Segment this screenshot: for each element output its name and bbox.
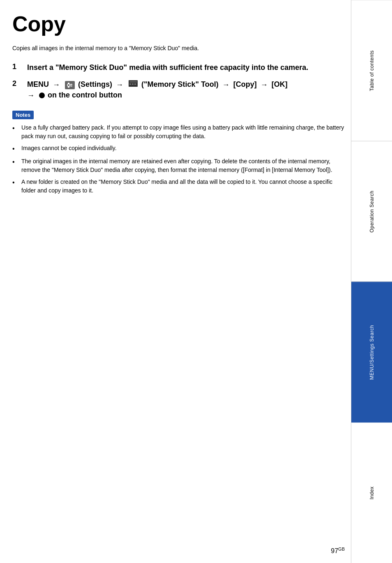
bullet-4: •	[12, 178, 20, 188]
bullet-1: •	[12, 123, 20, 133]
arrow-icon-2: →	[116, 80, 123, 90]
arrow-icon-3: →	[222, 80, 230, 90]
step-1-number: 1	[12, 63, 25, 71]
arrow-icon-5: →	[27, 90, 35, 101]
note-item-2: • Images cannot be copied individually.	[12, 144, 347, 154]
note-text-4: A new folder is created on the "Memory S…	[21, 178, 347, 195]
step-1-text: Insert a "Memory Stick Duo" media with s…	[27, 63, 308, 73]
svg-rect-3	[68, 86, 69, 88]
sidebar: Table of contents Operation Search MENU/…	[351, 0, 392, 563]
note-item-4: • A new folder is created on the "Memory…	[12, 178, 347, 195]
sidebar-tab-menu-settings[interactable]: MENU/Settings Search	[351, 282, 392, 423]
note-text-1: Use a fully charged battery pack. If you…	[21, 123, 347, 141]
settings-icon	[65, 81, 75, 90]
note-item-1: • Use a fully charged battery pack. If y…	[12, 123, 347, 141]
page-title: Copy	[12, 12, 347, 36]
circle-dot-icon	[39, 93, 45, 98]
arrow-icon-4: →	[261, 80, 268, 90]
bullet-3: •	[12, 157, 20, 167]
memory-stick-icon	[128, 80, 138, 90]
svg-rect-10	[134, 83, 136, 85]
page-description: Copies all images in the internal memory…	[12, 44, 347, 53]
notes-list: • Use a fully charged battery pack. If y…	[12, 123, 347, 195]
arrow-icon-1: →	[53, 80, 60, 90]
notes-badge: Notes	[12, 111, 34, 119]
svg-rect-2	[68, 83, 69, 84]
notes-section: Notes • Use a fully charged battery pack…	[12, 111, 347, 195]
svg-rect-8	[129, 83, 131, 85]
sidebar-tab-index[interactable]: Index	[351, 423, 392, 563]
sidebar-tab-toc[interactable]: Table of contents	[351, 0, 392, 141]
step-2-number: 2	[12, 79, 25, 88]
page-number: 97GB	[331, 547, 345, 555]
sidebar-tab-operation[interactable]: Operation Search	[351, 141, 392, 282]
svg-rect-9	[132, 83, 134, 85]
note-text-3: The original images in the internal memo…	[21, 157, 347, 174]
note-item-3: • The original images in the internal me…	[12, 157, 347, 174]
note-text-2: Images cannot be copied individually.	[21, 144, 117, 153]
bullet-2: •	[12, 144, 20, 154]
step-2: 2 MENU → (Settings) →	[12, 79, 347, 101]
steps-list: 1 Insert a "Memory Stick Duo" media with…	[12, 63, 347, 101]
svg-rect-5	[70, 86, 72, 86]
svg-rect-7	[129, 81, 137, 83]
step-1: 1 Insert a "Memory Stick Duo" media with…	[12, 63, 347, 73]
step-2-text: MENU → (Settings) →	[27, 79, 288, 101]
svg-rect-4	[70, 84, 72, 85]
